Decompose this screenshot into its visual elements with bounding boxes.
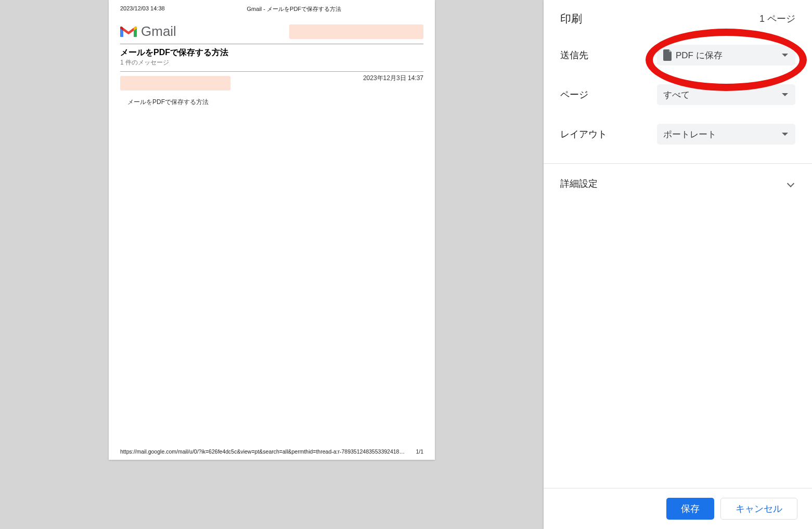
pages-value: すべて	[663, 89, 690, 101]
header-title: Gmail - メールをPDFで保存する方法	[247, 5, 342, 13]
chevron-down-icon	[787, 180, 794, 187]
pages-dropdown[interactable]: すべて	[657, 84, 795, 105]
footer-pagenum: 1/1	[416, 448, 423, 455]
advanced-label: 詳細設定	[560, 177, 598, 190]
sidebar-title-row: 印刷 1 ページ	[560, 11, 795, 26]
destination-value: PDF に保存	[676, 49, 723, 61]
chevron-down-icon	[782, 93, 788, 96]
gmail-logo-text: Gmail	[141, 23, 176, 40]
page-count: 1 ページ	[759, 12, 795, 25]
redacted-sender	[120, 76, 230, 91]
cancel-button[interactable]: キャンセル	[720, 498, 797, 520]
email-subject: メールをPDFで保存する方法	[120, 47, 423, 58]
preview-page-header: 2023/12/03 14:38 Gmail - メールをPDFで保存する方法	[120, 5, 423, 13]
print-title: 印刷	[560, 11, 582, 26]
print-sidebar: 印刷 1 ページ 送信先 PDF に保存 ページ すべて	[544, 0, 812, 529]
preview-page: 2023/12/03 14:38 Gmail - メールをPDFで保存する方法	[109, 0, 435, 460]
pages-label: ページ	[560, 88, 588, 101]
pages-row: ページ すべて	[560, 84, 795, 105]
message-date: 2023年12月3日 14:37	[363, 74, 423, 91]
layout-label: レイアウト	[560, 128, 607, 140]
advanced-settings-toggle[interactable]: 詳細設定	[544, 164, 812, 203]
redacted-recipient	[289, 24, 423, 39]
destination-label: 送信先	[560, 49, 588, 61]
message-count: 1 件のメッセージ	[120, 58, 423, 67]
sidebar-footer: 保存 キャンセル	[544, 488, 812, 529]
save-button[interactable]: 保存	[666, 498, 714, 520]
message-body: メールをPDFで保存する方法	[127, 98, 423, 107]
chevron-down-icon	[782, 54, 788, 57]
layout-row: レイアウト ポートレート	[560, 124, 795, 145]
footer-url: https://mail.google.com/mail/u/0/?ik=626…	[120, 448, 406, 455]
destination-row: 送信先 PDF に保存	[560, 45, 795, 66]
layout-value: ポートレート	[663, 128, 716, 140]
print-preview-area: 2023/12/03 14:38 Gmail - メールをPDFで保存する方法	[0, 0, 544, 529]
message-header: 2023年12月3日 14:37	[120, 71, 423, 91]
divider	[120, 44, 423, 44]
gmail-logo: Gmail	[120, 23, 176, 40]
gmail-header-row: Gmail	[120, 23, 423, 40]
preview-page-footer: https://mail.google.com/mail/u/0/?ik=626…	[120, 448, 423, 455]
chevron-down-icon	[782, 133, 788, 136]
layout-dropdown[interactable]: ポートレート	[657, 124, 795, 145]
pdf-icon	[663, 49, 673, 61]
destination-dropdown[interactable]: PDF に保存	[657, 45, 795, 66]
header-timestamp: 2023/12/03 14:38	[120, 5, 165, 13]
gmail-icon	[120, 25, 137, 38]
